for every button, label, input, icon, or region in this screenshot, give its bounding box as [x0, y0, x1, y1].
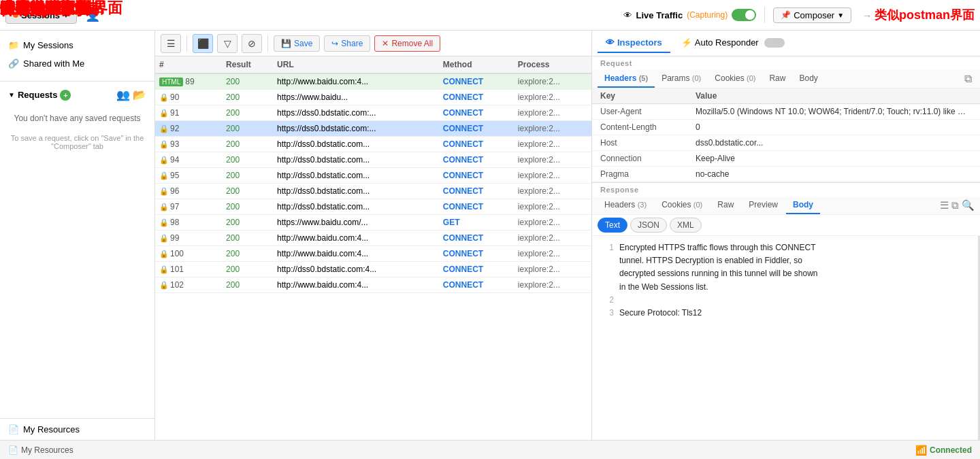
cell-process: iexplore:2... — [514, 277, 591, 293]
header-value: Mozilla/5.0 (Windows NT 10.0; WOW64; Tri… — [687, 104, 980, 120]
menu-icon-btn[interactable]: ☰ — [161, 34, 181, 53]
cell-url: http://dss0.bdstatic.com... — [273, 168, 439, 184]
capture-icon-btn[interactable]: ⬛ — [193, 34, 213, 53]
tab-inspectors[interactable]: 👁 Inspectors — [598, 33, 670, 53]
resp-sub-tab-cookies[interactable]: Cookies (0) — [655, 197, 709, 214]
search-icon[interactable]: 🔍 — [962, 199, 975, 211]
copy2-icon[interactable]: ⧉ — [951, 199, 959, 211]
capture-toggle[interactable] — [732, 9, 756, 21]
body-tab-xml[interactable]: XML — [670, 218, 702, 233]
headers-label: Headers — [604, 73, 639, 83]
sessions-label: Sessions — [21, 10, 60, 20]
cell-result: 200 — [222, 184, 273, 199]
table-row[interactable]: 🔒94200http://dss0.bdstatic.com...CONNECT… — [155, 152, 591, 168]
cell-result: 200 — [222, 73, 273, 90]
align-icon[interactable]: ☰ — [940, 199, 949, 211]
body-tab-json[interactable]: JSON — [630, 218, 667, 233]
sidebar-requests-header[interactable]: ▼ Requests + 👥 📂 — [0, 84, 154, 105]
table-row[interactable]: 🔒91200https://dss0.bdstatic.com:...CONNE… — [155, 105, 591, 121]
col-url: URL — [273, 56, 439, 73]
table-row[interactable]: 🔒97200http://dss0.bdstatic.com...CONNECT… — [155, 199, 591, 215]
resp-sub-tab-body[interactable]: Body — [786, 197, 820, 214]
user-icon[interactable]: 👤 — [85, 7, 100, 22]
composer-button[interactable]: 📌 Composer ▼ — [773, 7, 851, 23]
copy-button[interactable]: ⧉ — [962, 70, 975, 88]
table-row[interactable]: 🔒92200https://dss0.bdstatic.com:...CONNE… — [155, 121, 591, 137]
cell-url: http://www.baidu.com:4... — [273, 231, 439, 246]
save-button[interactable]: 💾 Save — [274, 35, 320, 52]
requests-label: Requests — [18, 90, 58, 100]
cell-result: 200 — [222, 277, 273, 293]
sub-tab-body[interactable]: Body — [792, 70, 824, 88]
clear-filter-icon-btn[interactable]: ⊘ — [242, 34, 262, 53]
lock-icon: 🔒 — [159, 140, 169, 148]
sub-tab-cookies[interactable]: Cookies (0) — [708, 70, 762, 88]
table-body: HTML89200http://www.baidu.com:4...CONNEC… — [155, 73, 591, 293]
col-result: Result — [222, 56, 273, 73]
table-row[interactable]: 🔒98200https://www.baidu.com/...GETiexplo… — [155, 215, 591, 231]
shared-icon: 🔗 — [8, 58, 19, 69]
sidebar: 📁 My Sessions 🔗 Shared with Me ▼ Request… — [0, 31, 155, 440]
response-content: 1Encrypted HTTPS traffic flows through t… — [592, 236, 980, 440]
header-key: User-Agent — [592, 104, 687, 120]
remove-all-button[interactable]: ✕ Remove All — [374, 35, 440, 52]
resp-sub-tab-headers[interactable]: Headers (3) — [598, 197, 653, 214]
response-sub-tabs: Headers (3) Cookies (0) Raw Preview Body… — [592, 197, 980, 215]
response-section: Response Headers (3) Cookies (0) Raw Pre… — [592, 183, 980, 440]
cell-method: CONNECT — [439, 199, 514, 215]
lock-icon: 🔒 — [159, 156, 169, 164]
connected-status: 📶 Connected — [915, 445, 972, 456]
sidebar-item-shared[interactable]: 🔗 Shared with Me — [8, 54, 146, 73]
sidebar-item-my-sessions[interactable]: 📁 My Sessions — [8, 36, 146, 54]
col-num: # — [155, 56, 222, 73]
action-toolbar: ☰ ⬛ ▽ ⊘ 💾 Save ↪ Share ✕ Remove All — [155, 31, 591, 56]
table-row[interactable]: 🔒90200https://www.baidu...CONNECTiexplor… — [155, 90, 591, 105]
table-row[interactable]: HTML89200http://www.baidu.com:4...CONNEC… — [155, 73, 591, 90]
table-row[interactable]: 🔒93200http://dss0.bdstatic.com...CONNECT… — [155, 137, 591, 152]
folder-plus-icon[interactable]: 📂 — [133, 88, 146, 101]
live-traffic-label: Live Traffic — [636, 10, 683, 20]
add-request-button[interactable]: + — [60, 90, 71, 101]
sidebar-bottom[interactable]: 📄 My Resources — [0, 418, 154, 440]
table-row[interactable]: 🔒95200http://dss0.bdstatic.com...CONNECT… — [155, 168, 591, 184]
cell-method: CONNECT — [439, 168, 514, 184]
table-row[interactable]: 🔒102200http://www.baidu.com:4...CONNECTi… — [155, 277, 591, 293]
body-tab-text[interactable]: Text — [598, 218, 627, 233]
cell-method: CONNECT — [439, 231, 514, 246]
share-button[interactable]: ↪ Share — [324, 35, 370, 52]
response-tab-icons: ☰ ⧉ 🔍 — [940, 199, 975, 211]
table-row[interactable]: 🔒96200http://dss0.bdstatic.com...CONNECT… — [155, 184, 591, 199]
table-row[interactable]: 🔒101200http://dss0.bdstatic.com:4...CONN… — [155, 262, 591, 277]
lock-icon: 🔒 — [159, 124, 169, 133]
sub-tab-raw[interactable]: Raw — [762, 70, 792, 88]
sidebar-hint: To save a request, click on "Save" in th… — [0, 131, 154, 156]
filter-icon-btn[interactable]: ▽ — [217, 34, 238, 53]
resp-sub-tab-raw[interactable]: Raw — [710, 197, 740, 214]
auto-responder-label: Auto Responder — [695, 37, 759, 48]
cell-num: 🔒97 — [155, 199, 222, 215]
sessions-button[interactable]: Sessions ▼ — [5, 7, 77, 24]
tab-auto-responder[interactable]: ⚡ Auto Responder — [673, 33, 793, 53]
response-label: Response — [592, 183, 980, 197]
table-row[interactable]: 🔒100200http://www.baidu.com:4...CONNECTi… — [155, 246, 591, 262]
cell-result: 200 — [222, 152, 273, 168]
auto-responder-toggle[interactable] — [764, 38, 785, 48]
sub-tab-params[interactable]: Params (0) — [655, 70, 708, 88]
cell-num: 🔒90 — [155, 90, 222, 105]
table-row[interactable]: 🔒99200http://www.baidu.com:4...CONNECTie… — [155, 231, 591, 246]
lock-icon: 🔒 — [159, 218, 169, 226]
cell-process: iexplore:2... — [514, 73, 591, 90]
cell-process: iexplore:2... — [514, 231, 591, 246]
cell-process: iexplore:2... — [514, 152, 591, 168]
people-icon[interactable]: 👥 — [116, 88, 130, 101]
save-icon: 💾 — [281, 39, 291, 48]
cell-num: 🔒92 — [155, 121, 222, 137]
request-section: Request Headers (5) Params (0) Cookies (… — [592, 56, 980, 183]
cell-url: https://dss0.bdstatic.com:... — [273, 105, 439, 121]
capturing-badge: (Capturing) — [687, 10, 728, 20]
cell-num: 🔒98 — [155, 215, 222, 231]
traffic-table-wrap[interactable]: # Result URL Method Process HTML89200htt… — [155, 56, 591, 440]
folder-icon: 📁 — [8, 40, 19, 50]
resp-sub-tab-preview[interactable]: Preview — [742, 197, 785, 214]
sub-tab-headers[interactable]: Headers (5) — [598, 70, 655, 88]
